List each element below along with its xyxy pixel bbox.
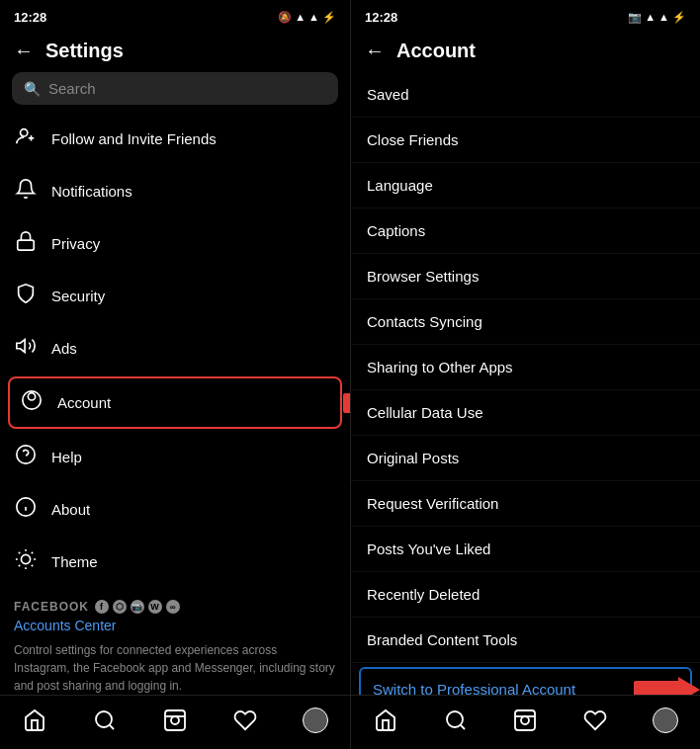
account-header: ← Account bbox=[351, 32, 700, 72]
back-button-left[interactable]: ← bbox=[14, 40, 34, 62]
account-item-browser-settings[interactable]: Browser Settings bbox=[351, 254, 700, 299]
security-icon bbox=[14, 283, 38, 309]
nav-reels-right[interactable] bbox=[505, 706, 545, 735]
switch-professional-wrapper: Switch to Professional Account bbox=[359, 667, 692, 695]
nav-home-right[interactable] bbox=[366, 706, 405, 735]
menu-item-theme[interactable]: Theme bbox=[0, 536, 350, 588]
settings-title: Settings bbox=[45, 40, 124, 62]
back-button-right[interactable]: ← bbox=[365, 40, 385, 62]
search-input[interactable]: Search bbox=[48, 80, 96, 97]
nav-profile-right[interactable] bbox=[646, 706, 685, 735]
svg-line-19 bbox=[19, 565, 20, 566]
left-panel: 12:28 🔕 ▲ ▲ ⚡ ← Settings 🔍 Search bbox=[0, 0, 350, 749]
account-item-original-posts[interactable]: Original Posts bbox=[351, 436, 700, 481]
menu-item-follow[interactable]: Follow and Invite Friends bbox=[0, 113, 350, 165]
menu-item-ads[interactable]: Ads bbox=[0, 322, 350, 374]
menu-item-about[interactable]: About bbox=[0, 483, 350, 536]
follow-label: Follow and Invite Friends bbox=[51, 130, 217, 147]
account-item-request-verification[interactable]: Request Verification bbox=[351, 481, 700, 527]
nav-search-right[interactable] bbox=[436, 706, 476, 735]
battery-icon: ⚡ bbox=[322, 11, 336, 24]
menu-item-notifications[interactable]: Notifications bbox=[0, 165, 350, 217]
profile-avatar-right bbox=[653, 707, 678, 733]
fb-icon: f bbox=[95, 600, 109, 614]
theme-icon bbox=[14, 548, 38, 575]
svg-line-15 bbox=[19, 552, 20, 553]
follow-icon bbox=[14, 125, 38, 152]
menu-item-security[interactable]: Security bbox=[0, 270, 350, 322]
about-label: About bbox=[51, 501, 90, 518]
time-right: 12:28 bbox=[365, 10, 397, 25]
account-item-language[interactable]: Language bbox=[351, 163, 700, 208]
settings-header: ← Settings bbox=[0, 32, 350, 72]
theme-label: Theme bbox=[51, 553, 98, 570]
menu-item-help[interactable]: Help bbox=[0, 431, 350, 483]
notifications-icon bbox=[14, 178, 38, 205]
time-left: 12:28 bbox=[14, 10, 46, 25]
status-icons-left: 🔕 ▲ ▲ ⚡ bbox=[278, 11, 336, 24]
facebook-icons: f ⬡ 📷 W ∞ bbox=[95, 600, 180, 614]
wifi2-icon: ▲ bbox=[658, 11, 669, 23]
svg-point-7 bbox=[17, 446, 35, 463]
account-item-cellular-data-use[interactable]: Cellular Data Use bbox=[351, 390, 700, 436]
notifications-label: Notifications bbox=[51, 183, 132, 200]
nav-profile-left[interactable] bbox=[296, 706, 335, 735]
nav-home-left[interactable] bbox=[15, 706, 54, 735]
account-item-sharing-other-apps[interactable]: Sharing to Other Apps bbox=[351, 345, 700, 390]
settings-menu-list: Follow and Invite Friends Notifications … bbox=[0, 113, 350, 695]
whatsapp-icon: W bbox=[148, 600, 162, 614]
status-icons-right: 📷 ▲ ▲ ⚡ bbox=[628, 11, 686, 24]
account-item-recently-deleted[interactable]: Recently Deleted bbox=[351, 572, 700, 618]
bottom-nav-left bbox=[0, 695, 350, 749]
svg-line-20 bbox=[32, 552, 33, 553]
accounts-center-link[interactable]: Accounts Center bbox=[14, 618, 336, 633]
wifi-icon: ▲ bbox=[308, 11, 319, 23]
account-icon bbox=[20, 389, 44, 416]
svg-point-21 bbox=[96, 711, 112, 727]
bottom-nav-right bbox=[351, 695, 700, 749]
account-item-close-friends[interactable]: Close Friends bbox=[351, 118, 700, 163]
svg-marker-4 bbox=[17, 340, 25, 353]
svg-point-5 bbox=[28, 393, 35, 400]
svg-line-22 bbox=[110, 725, 114, 729]
menu-item-account[interactable]: Account bbox=[8, 376, 342, 429]
right-panel: 12:28 📷 ▲ ▲ ⚡ ← Account Saved Close Frie… bbox=[350, 0, 700, 749]
svg-rect-23 bbox=[165, 710, 185, 730]
nav-search-left[interactable] bbox=[85, 706, 125, 735]
account-item-captions[interactable]: Captions bbox=[351, 208, 700, 254]
ads-icon bbox=[14, 335, 38, 362]
nav-likes-right[interactable] bbox=[575, 706, 615, 735]
account-item-contacts-syncing[interactable]: Contacts Syncing bbox=[351, 299, 700, 345]
account-item-branded-content-tools[interactable]: Branded Content Tools bbox=[351, 618, 700, 663]
privacy-icon bbox=[14, 230, 38, 257]
svg-rect-3 bbox=[18, 240, 35, 250]
signal-icon: ▲ bbox=[295, 11, 306, 23]
account-item-switch-professional[interactable]: Switch to Professional Account bbox=[359, 667, 692, 695]
facebook-section: FACEBOOK f ⬡ 📷 W ∞ Accounts Center Contr… bbox=[0, 588, 350, 695]
search-bar[interactable]: 🔍 Search bbox=[12, 72, 338, 105]
nav-reels-left[interactable] bbox=[155, 706, 195, 735]
account-title: Account bbox=[396, 40, 476, 62]
mute-icon: 🔕 bbox=[278, 11, 292, 24]
help-icon bbox=[14, 444, 38, 470]
profile-avatar-left bbox=[303, 707, 328, 733]
messenger-icon: ⬡ bbox=[113, 600, 127, 614]
account-item-saved[interactable]: Saved bbox=[351, 72, 700, 118]
facebook-description: Control settings for connected experienc… bbox=[14, 641, 336, 695]
about-icon bbox=[14, 496, 38, 523]
account-label: Account bbox=[57, 394, 111, 411]
svg-point-24 bbox=[171, 716, 179, 724]
svg-point-29 bbox=[521, 716, 529, 724]
account-item-posts-liked[interactable]: Posts You've Liked bbox=[351, 527, 700, 572]
status-bar-left: 12:28 🔕 ▲ ▲ ⚡ bbox=[0, 0, 350, 32]
signal2-icon: ▲ bbox=[645, 11, 656, 23]
help-label: Help bbox=[51, 449, 82, 465]
search-icon: 🔍 bbox=[24, 81, 41, 97]
svg-point-0 bbox=[21, 129, 28, 136]
security-label: Security bbox=[51, 288, 105, 304]
svg-point-12 bbox=[21, 554, 30, 563]
privacy-label: Privacy bbox=[51, 235, 100, 252]
menu-item-privacy[interactable]: Privacy bbox=[0, 217, 350, 270]
nav-likes-left[interactable] bbox=[225, 706, 265, 735]
oculus-icon: ∞ bbox=[166, 600, 180, 614]
